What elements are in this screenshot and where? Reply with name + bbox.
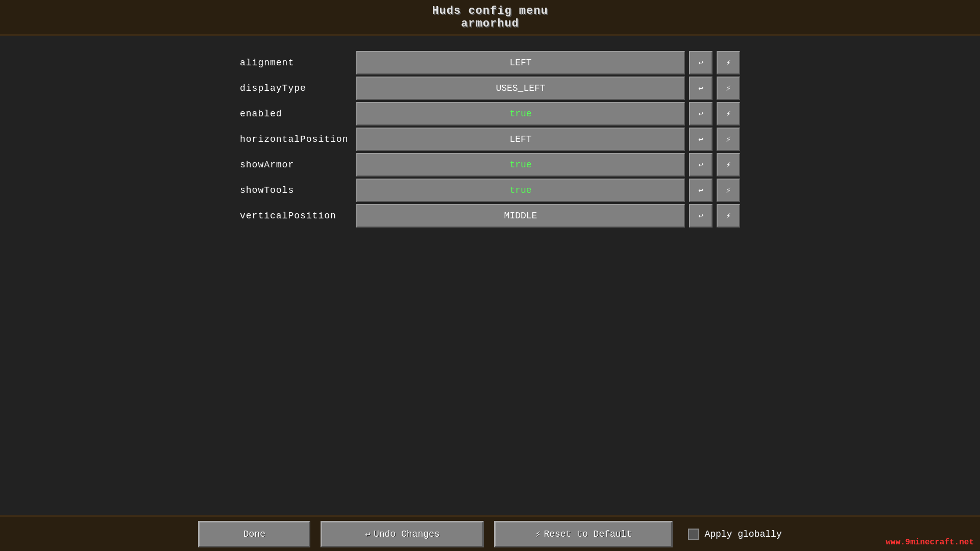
reset-row-icon-showTools[interactable]: ⚡	[717, 179, 740, 202]
reset-row-icon-enabled[interactable]: ⚡	[717, 102, 740, 126]
setting-label-displayType: displayType	[240, 83, 352, 93]
setting-label-enabled: enabled	[240, 109, 352, 119]
reset-row-icon-showArmor[interactable]: ⚡	[717, 153, 740, 177]
setting-row: alignmentLEFT↩⚡	[240, 51, 740, 74]
reset-label: Reset to Default	[544, 529, 632, 539]
setting-row: enabledtrue↩⚡	[240, 102, 740, 126]
reset-row-icon-displayType[interactable]: ⚡	[717, 77, 740, 100]
setting-row: showArmortrue↩⚡	[240, 153, 740, 177]
done-label: Done	[243, 529, 265, 539]
undo-row-icon-displayType[interactable]: ↩	[689, 77, 713, 100]
content-area: alignmentLEFT↩⚡displayTypeUSES_LEFT↩⚡ena…	[0, 36, 980, 515]
undo-row-icon-showTools[interactable]: ↩	[689, 179, 713, 202]
apply-globally-container: Apply globally	[688, 529, 781, 540]
undo-row-icon-enabled[interactable]: ↩	[689, 102, 713, 126]
page-title-line2: armorhud	[432, 17, 548, 30]
undo-label: Undo Changes	[374, 529, 440, 539]
setting-label-showArmor: showArmor	[240, 160, 352, 170]
reset-button[interactable]: ⚡ Reset to Default	[494, 521, 673, 547]
setting-row: horizontalPositionLEFT↩⚡	[240, 128, 740, 151]
setting-label-verticalPosition: verticalPosition	[240, 211, 352, 221]
undo-button[interactable]: ↩ Undo Changes	[321, 521, 484, 547]
undo-row-icon-alignment[interactable]: ↩	[689, 51, 713, 74]
top-bar: Huds config menu armorhud	[0, 0, 980, 36]
watermark: www.9minecraft.net	[886, 538, 974, 547]
apply-globally-checkbox[interactable]	[688, 529, 699, 540]
undo-icon: ↩	[365, 529, 371, 540]
setting-row: showToolstrue↩⚡	[240, 179, 740, 202]
setting-value-verticalPosition[interactable]: MIDDLE	[356, 204, 685, 228]
done-button[interactable]: Done	[198, 521, 310, 547]
title-container: Huds config menu armorhud	[432, 5, 548, 30]
setting-value-displayType[interactable]: USES_LEFT	[356, 77, 685, 100]
reset-row-icon-horizontalPosition[interactable]: ⚡	[717, 128, 740, 151]
settings-container: alignmentLEFT↩⚡displayTypeUSES_LEFT↩⚡ena…	[240, 51, 740, 228]
setting-value-alignment[interactable]: LEFT	[356, 51, 685, 74]
setting-label-horizontalPosition: horizontalPosition	[240, 134, 352, 144]
setting-value-showArmor[interactable]: true	[356, 153, 685, 177]
setting-value-horizontalPosition[interactable]: LEFT	[356, 128, 685, 151]
bottom-bar: Done ↩ Undo Changes ⚡ Reset to Default A…	[0, 515, 980, 551]
page-title-line1: Huds config menu	[432, 5, 548, 17]
setting-value-showTools[interactable]: true	[356, 179, 685, 202]
undo-row-icon-verticalPosition[interactable]: ↩	[689, 204, 713, 228]
undo-row-icon-showArmor[interactable]: ↩	[689, 153, 713, 177]
reset-row-icon-verticalPosition[interactable]: ⚡	[717, 204, 740, 228]
reset-icon: ⚡	[535, 529, 541, 540]
setting-row: verticalPositionMIDDLE↩⚡	[240, 204, 740, 228]
setting-row: displayTypeUSES_LEFT↩⚡	[240, 77, 740, 100]
undo-row-icon-horizontalPosition[interactable]: ↩	[689, 128, 713, 151]
setting-label-showTools: showTools	[240, 185, 352, 195]
setting-label-alignment: alignment	[240, 58, 352, 68]
setting-value-enabled[interactable]: true	[356, 102, 685, 126]
reset-row-icon-alignment[interactable]: ⚡	[717, 51, 740, 74]
apply-globally-label: Apply globally	[704, 529, 781, 539]
